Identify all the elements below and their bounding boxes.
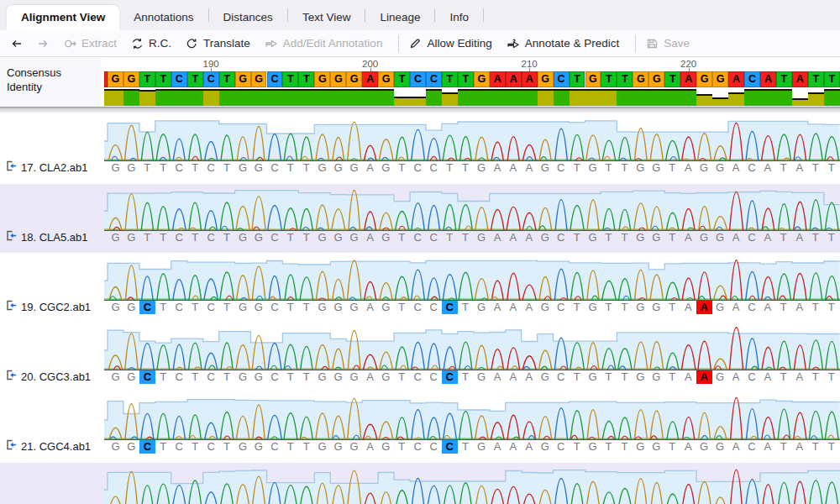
base-letter: C: [203, 440, 219, 454]
consensus-base-cell[interactable]: T: [298, 71, 314, 87]
consensus-base-cell[interactable]: G: [585, 71, 601, 87]
consensus-base-cell[interactable]: A: [760, 71, 776, 87]
row-label-cgc4-ab1[interactable]: 21. CGC4.ab1: [5, 439, 101, 453]
consensus-base-cell[interactable]: T: [570, 71, 585, 87]
consensus-base-cell[interactable]: G: [235, 71, 251, 87]
consensus-base-cell[interactable]: C: [554, 71, 570, 87]
consensus-base-cell[interactable]: T: [139, 71, 155, 87]
consensus-base-cell[interactable]: T: [617, 71, 633, 87]
identity-column: [792, 89, 808, 106]
forward-button[interactable]: [37, 38, 50, 50]
consensus-base-cell[interactable]: T: [808, 71, 824, 87]
consensus-base-cell[interactable]: C: [744, 71, 760, 87]
header-row-labels: Consensus Identity: [0, 57, 101, 107]
consensus-base-cell[interactable]: C: [267, 71, 283, 87]
consensus-base-cell[interactable]: T: [155, 71, 171, 87]
consensus-base-cell[interactable]: G: [108, 71, 123, 87]
consensus-base-cell[interactable]: T: [824, 71, 840, 87]
base-call-letters[interactable]: GGCTCTCTGGCTTGGGAGTCCCTGAAAGCTGTTGGTAGGA…: [108, 440, 840, 454]
consensus-base-cell[interactable]: T: [219, 71, 235, 87]
chromatogram-trace[interactable]: [104, 187, 840, 231]
consensus-base-cell[interactable]: G: [696, 71, 712, 87]
chromatogram-trace[interactable]: [104, 466, 840, 504]
base-letter: G: [346, 301, 362, 314]
base-letter: G: [123, 440, 139, 454]
tab-info[interactable]: Info: [435, 5, 483, 30]
consensus-base-cell[interactable]: G: [474, 71, 490, 87]
consensus-base-cell[interactable]: A: [362, 71, 378, 87]
consensus-base-cell[interactable]: G: [330, 71, 346, 87]
consensus-base-cell[interactable]: G: [648, 71, 664, 87]
consensus-base-cell[interactable]: A: [506, 71, 522, 87]
chromatogram-trace[interactable]: [104, 257, 840, 301]
base-call-letters[interactable]: GGTTCTCTGGCTTGGGAGTCCTTGAAAGCTGTTGGTAGGA…: [108, 231, 840, 244]
row-label-cla2-ab1[interactable]: 17. CLA2.ab1: [5, 160, 101, 174]
consensus-base-cell[interactable]: T: [442, 71, 458, 87]
tab-lineage[interactable]: Lineage: [365, 5, 434, 30]
chromatogram-trace[interactable]: [104, 327, 840, 370]
consensus-base-cell[interactable]: C: [203, 71, 219, 87]
consensus-base-cell[interactable]: G: [712, 71, 728, 87]
consensus-base-cell[interactable]: T: [187, 71, 203, 87]
consensus-base-cell[interactable]: T: [601, 71, 617, 87]
consensus-base-cell[interactable]: G: [251, 71, 267, 87]
row-label-cgc3-ab1[interactable]: 20. CGC3.ab1: [5, 370, 101, 383]
allow-editing-button[interactable]: Allow Editing: [409, 37, 491, 50]
back-button[interactable]: [10, 38, 23, 50]
consensus-base-cell[interactable]: G: [346, 71, 362, 87]
consensus-base-cell[interactable]: C: [171, 71, 187, 87]
consensus-base-cell[interactable]: T: [776, 71, 792, 87]
consensus-base-cell[interactable]: C: [410, 71, 426, 87]
base-letter: T: [617, 370, 633, 384]
consensus-base-cell[interactable]: G: [633, 71, 648, 87]
consensus-base-cell[interactable]: G: [378, 71, 394, 87]
base-call-letters[interactable]: GGTTCTCTGGCTTGGGAGTCCTTGAAAGCTGTTGGTAGGA…: [108, 161, 840, 175]
add-edit-annotation-button[interactable]: Add/Edit Annotation: [265, 37, 383, 50]
base-letter: T: [664, 161, 680, 175]
base-letter: G: [585, 440, 601, 454]
consensus-base-cell[interactable]: A: [522, 71, 538, 87]
tab-alignment-view[interactable]: Alignment View: [7, 5, 119, 30]
consensus-base-cell[interactable]: G: [538, 71, 554, 87]
reverse-complement-button[interactable]: R.C.: [131, 37, 171, 50]
tab-annotations[interactable]: Annotations: [119, 5, 207, 30]
base-letter: A: [791, 301, 807, 314]
base-letter: G: [378, 301, 394, 314]
base-letter: A: [791, 231, 807, 244]
annotate-predict-button[interactable]: Annotate & Predict: [507, 37, 620, 50]
base-letter: T: [823, 231, 839, 244]
base-letter: T: [155, 440, 171, 454]
trace-doc-icon: [5, 439, 17, 453]
base-letter: C: [744, 370, 760, 384]
translate-button[interactable]: Translate: [186, 37, 250, 50]
row-label-cla5-ab1[interactable]: 18. CLA5.ab1: [5, 230, 101, 244]
base-call-letters[interactable]: GGCTCTCTGGCTTGGGAGTCCCTGAAAGCTGTTGGTAAGA…: [108, 301, 840, 314]
base-letter: A: [680, 231, 696, 244]
consensus-base-cell[interactable]: A: [728, 71, 744, 87]
header-splitter[interactable]: [0, 107, 840, 113]
consensus-base-cell[interactable]: T: [282, 71, 298, 87]
consensus-base-cell[interactable]: A: [792, 71, 808, 87]
consensus-base-cell[interactable]: T: [664, 71, 680, 87]
chromatogram-trace[interactable]: [104, 396, 840, 440]
consensus-base-cell[interactable]: C: [426, 71, 442, 87]
tab-text-view[interactable]: Text View: [288, 5, 365, 30]
consensus-base-cell[interactable]: T: [394, 71, 410, 87]
consensus-base-cell[interactable]: G: [123, 71, 139, 87]
trace-doc-icon: [5, 230, 17, 244]
base-letter: G: [346, 440, 362, 454]
tab-distances[interactable]: Distances: [209, 5, 287, 30]
extract-button[interactable]: Extract: [64, 37, 117, 50]
consensus-label: Consensus: [7, 66, 101, 80]
consensus-base-cell[interactable]: A: [680, 71, 696, 87]
consensus-base-cell[interactable]: A: [490, 71, 506, 87]
consensus-base-cell[interactable]: G: [314, 71, 330, 87]
save-button[interactable]: Save: [646, 37, 690, 50]
base-letter: C: [203, 370, 219, 384]
base-letter: G: [474, 301, 490, 314]
chromatogram-trace[interactable]: [104, 118, 840, 161]
base-call-letters[interactable]: GGCTCTCTGGCTTGGGAGTCCCTGAAAGCTGTTGGTAAGA…: [108, 370, 840, 384]
base-letter: G: [123, 370, 139, 384]
consensus-base-cell[interactable]: T: [458, 71, 474, 87]
row-label-cgc2-ab1[interactable]: 19. CGC2.ab1: [5, 300, 101, 313]
